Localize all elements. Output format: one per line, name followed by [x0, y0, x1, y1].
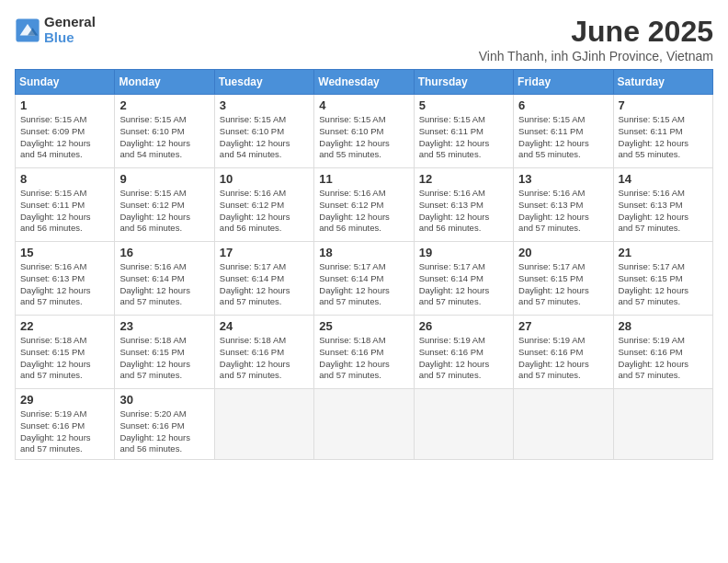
day-info: Sunrise: 5:19 AMSunset: 6:16 PMDaylight:… — [419, 335, 508, 382]
title-area: June 2025 Vinh Thanh, inh GJinh Province… — [479, 15, 713, 63]
calendar-cell: 4Sunrise: 5:15 AMSunset: 6:10 PMDaylight… — [314, 95, 414, 168]
calendar-cell — [214, 389, 313, 460]
calendar-cell — [514, 389, 613, 460]
calendar-cell: 8Sunrise: 5:15 AMSunset: 6:11 PMDaylight… — [16, 168, 115, 242]
week-row-3: 15Sunrise: 5:16 AMSunset: 6:13 PMDayligh… — [16, 242, 713, 316]
day-info: Sunrise: 5:19 AMSunset: 6:16 PMDaylight:… — [20, 408, 109, 455]
calendar-header: SundayMondayTuesdayWednesdayThursdayFrid… — [16, 70, 713, 95]
page-header: General Blue June 2025 Vinh Thanh, inh G… — [15, 15, 713, 63]
day-info: Sunrise: 5:17 AMSunset: 6:15 PMDaylight:… — [619, 261, 708, 308]
day-number: 24 — [220, 319, 309, 333]
week-row-4: 22Sunrise: 5:18 AMSunset: 6:15 PMDayligh… — [16, 316, 713, 389]
calendar-table: SundayMondayTuesdayWednesdayThursdayFrid… — [15, 69, 713, 460]
calendar-cell: 22Sunrise: 5:18 AMSunset: 6:15 PMDayligh… — [16, 316, 115, 389]
calendar-cell: 2Sunrise: 5:15 AMSunset: 6:10 PMDaylight… — [115, 95, 214, 168]
calendar-cell — [613, 389, 712, 460]
day-info: Sunrise: 5:15 AMSunset: 6:12 PMDaylight:… — [119, 188, 209, 235]
day-number: 16 — [119, 246, 209, 259]
day-info: Sunrise: 5:16 AMSunset: 6:13 PMDaylight:… — [518, 188, 608, 235]
day-info: Sunrise: 5:20 AMSunset: 6:16 PMDaylight:… — [119, 408, 209, 455]
day-number: 30 — [119, 393, 209, 407]
day-info: Sunrise: 5:15 AMSunset: 6:10 PMDaylight:… — [319, 114, 408, 161]
day-number: 28 — [619, 319, 708, 333]
calendar-cell: 1Sunrise: 5:15 AMSunset: 6:09 PMDaylight… — [16, 95, 115, 168]
day-number: 25 — [319, 319, 408, 333]
day-header-monday: Monday — [115, 70, 214, 95]
logo-icon — [15, 17, 40, 43]
day-info: Sunrise: 5:16 AMSunset: 6:12 PMDaylight:… — [220, 188, 309, 235]
day-info: Sunrise: 5:18 AMSunset: 6:16 PMDaylight:… — [319, 335, 408, 382]
calendar-cell: 27Sunrise: 5:19 AMSunset: 6:16 PMDayligh… — [514, 316, 613, 389]
day-header-sunday: Sunday — [16, 70, 115, 95]
calendar-cell: 28Sunrise: 5:19 AMSunset: 6:16 PMDayligh… — [613, 316, 712, 389]
calendar-cell — [314, 389, 414, 460]
day-info: Sunrise: 5:15 AMSunset: 6:11 PMDaylight:… — [419, 114, 508, 161]
day-info: Sunrise: 5:17 AMSunset: 6:14 PMDaylight:… — [419, 261, 508, 308]
calendar-cell: 18Sunrise: 5:17 AMSunset: 6:14 PMDayligh… — [314, 242, 414, 316]
day-info: Sunrise: 5:17 AMSunset: 6:14 PMDaylight:… — [319, 261, 408, 308]
day-info: Sunrise: 5:19 AMSunset: 6:16 PMDaylight:… — [518, 335, 608, 382]
day-number: 2 — [119, 98, 209, 112]
day-number: 21 — [619, 246, 708, 259]
day-number: 5 — [419, 98, 508, 112]
day-info: Sunrise: 5:17 AMSunset: 6:14 PMDaylight:… — [220, 261, 309, 308]
day-number: 17 — [220, 246, 309, 259]
day-number: 18 — [319, 246, 408, 259]
day-number: 13 — [518, 172, 608, 186]
day-number: 3 — [220, 98, 309, 112]
day-header-saturday: Saturday — [613, 70, 712, 95]
day-info: Sunrise: 5:16 AMSunset: 6:13 PMDaylight:… — [419, 188, 508, 235]
day-info: Sunrise: 5:18 AMSunset: 6:15 PMDaylight:… — [20, 335, 109, 382]
calendar-cell: 21Sunrise: 5:17 AMSunset: 6:15 PMDayligh… — [613, 242, 712, 316]
calendar-cell: 25Sunrise: 5:18 AMSunset: 6:16 PMDayligh… — [314, 316, 414, 389]
calendar-body: 1Sunrise: 5:15 AMSunset: 6:09 PMDaylight… — [16, 95, 713, 460]
day-header-thursday: Thursday — [414, 70, 513, 95]
calendar-cell: 24Sunrise: 5:18 AMSunset: 6:16 PMDayligh… — [214, 316, 313, 389]
day-info: Sunrise: 5:16 AMSunset: 6:13 PMDaylight:… — [619, 188, 708, 235]
calendar-cell: 16Sunrise: 5:16 AMSunset: 6:14 PMDayligh… — [115, 242, 214, 316]
day-header-friday: Friday — [514, 70, 613, 95]
day-number: 9 — [119, 172, 209, 186]
day-info: Sunrise: 5:16 AMSunset: 6:12 PMDaylight:… — [319, 188, 408, 235]
week-row-5: 29Sunrise: 5:19 AMSunset: 6:16 PMDayligh… — [16, 389, 713, 460]
day-number: 29 — [20, 393, 109, 407]
day-number: 6 — [518, 98, 608, 112]
calendar-cell: 19Sunrise: 5:17 AMSunset: 6:14 PMDayligh… — [414, 242, 513, 316]
month-title: June 2025 — [479, 15, 713, 49]
day-number: 11 — [319, 172, 408, 186]
calendar-cell: 5Sunrise: 5:15 AMSunset: 6:11 PMDaylight… — [414, 95, 513, 168]
day-info: Sunrise: 5:15 AMSunset: 6:09 PMDaylight:… — [20, 114, 109, 161]
day-info: Sunrise: 5:17 AMSunset: 6:15 PMDaylight:… — [518, 261, 608, 308]
location-subtitle: Vinh Thanh, inh GJinh Province, Vietnam — [479, 49, 713, 63]
logo-blue-label: Blue — [44, 30, 96, 46]
calendar-cell: 14Sunrise: 5:16 AMSunset: 6:13 PMDayligh… — [613, 168, 712, 242]
calendar-cell: 9Sunrise: 5:15 AMSunset: 6:12 PMDaylight… — [115, 168, 214, 242]
day-number: 19 — [419, 246, 508, 259]
day-number: 26 — [419, 319, 508, 333]
day-info: Sunrise: 5:18 AMSunset: 6:15 PMDaylight:… — [119, 335, 209, 382]
day-number: 20 — [518, 246, 608, 259]
logo: General Blue — [15, 15, 96, 45]
day-number: 22 — [20, 319, 109, 333]
day-info: Sunrise: 5:16 AMSunset: 6:13 PMDaylight:… — [20, 261, 109, 308]
day-info: Sunrise: 5:15 AMSunset: 6:11 PMDaylight:… — [619, 114, 708, 161]
day-number: 27 — [518, 319, 608, 333]
calendar-cell: 20Sunrise: 5:17 AMSunset: 6:15 PMDayligh… — [514, 242, 613, 316]
calendar-cell: 30Sunrise: 5:20 AMSunset: 6:16 PMDayligh… — [115, 389, 214, 460]
calendar-cell: 11Sunrise: 5:16 AMSunset: 6:12 PMDayligh… — [314, 168, 414, 242]
days-header-row: SundayMondayTuesdayWednesdayThursdayFrid… — [16, 70, 713, 95]
week-row-2: 8Sunrise: 5:15 AMSunset: 6:11 PMDaylight… — [16, 168, 713, 242]
calendar-cell: 29Sunrise: 5:19 AMSunset: 6:16 PMDayligh… — [16, 389, 115, 460]
calendar-cell: 7Sunrise: 5:15 AMSunset: 6:11 PMDaylight… — [613, 95, 712, 168]
calendar-cell: 15Sunrise: 5:16 AMSunset: 6:13 PMDayligh… — [16, 242, 115, 316]
calendar-cell — [414, 389, 513, 460]
day-number: 7 — [619, 98, 708, 112]
day-number: 15 — [20, 246, 109, 259]
day-info: Sunrise: 5:15 AMSunset: 6:11 PMDaylight:… — [20, 188, 109, 235]
day-number: 10 — [220, 172, 309, 186]
day-header-wednesday: Wednesday — [314, 70, 414, 95]
day-number: 1 — [20, 98, 109, 112]
day-number: 4 — [319, 98, 408, 112]
day-info: Sunrise: 5:16 AMSunset: 6:14 PMDaylight:… — [119, 261, 209, 308]
day-number: 14 — [619, 172, 708, 186]
